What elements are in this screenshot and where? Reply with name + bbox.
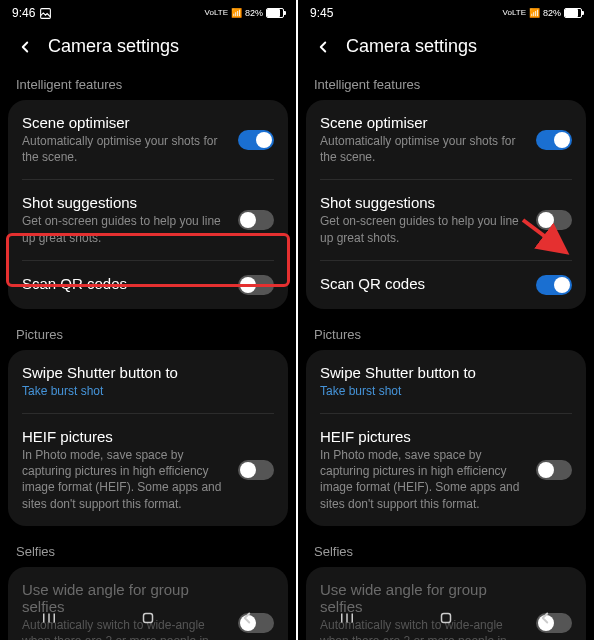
heif-sub: In Photo mode, save space by capturing p… xyxy=(22,447,226,512)
heif-sub: In Photo mode, save space by capturing p… xyxy=(320,447,524,512)
swipe-title: Swipe Shutter button to xyxy=(320,364,560,381)
nav-back[interactable] xyxy=(238,609,256,631)
qr-title: Scan QR codes xyxy=(22,275,226,292)
section-selfies: Selfies xyxy=(0,538,296,567)
scene-title: Scene optimiser xyxy=(22,114,226,131)
row-heif[interactable]: HEIF pictures In Photo mode, save space … xyxy=(22,414,274,526)
row-swipe-shutter[interactable]: Swipe Shutter button to Take burst shot xyxy=(320,350,572,414)
card-intelligent: Scene optimiser Automatically optimise y… xyxy=(306,100,586,309)
battery-pct: 82% xyxy=(543,8,561,18)
battery-icon xyxy=(564,8,582,18)
swipe-sub: Take burst shot xyxy=(320,383,560,399)
nav-home[interactable] xyxy=(437,609,455,631)
shot-sub: Get on-screen guides to help you line up… xyxy=(22,213,226,245)
phone-right: 9:45 VoLTE 📶 82% Camera settings Intelli… xyxy=(298,0,594,640)
section-pictures: Pictures xyxy=(0,321,296,350)
swipe-sub: Take burst shot xyxy=(22,383,262,399)
shot-toggle[interactable] xyxy=(238,210,274,230)
shot-sub: Get on-screen guides to help you line up… xyxy=(320,213,524,245)
nav-home[interactable] xyxy=(139,609,157,631)
card-intelligent: Scene optimiser Automatically optimise y… xyxy=(8,100,288,309)
shot-toggle[interactable] xyxy=(536,210,572,230)
heif-toggle[interactable] xyxy=(238,460,274,480)
scene-sub: Automatically optimise your shots for th… xyxy=(22,133,226,165)
network-label: VoLTE xyxy=(503,9,526,17)
scene-title: Scene optimiser xyxy=(320,114,524,131)
back-icon[interactable] xyxy=(314,38,332,56)
nav-back[interactable] xyxy=(536,609,554,631)
signal-icon: 📶 xyxy=(529,8,540,18)
picture-icon xyxy=(39,7,52,20)
phone-left: 9:46 VoLTE 📶 82% Camera settings Intelli… xyxy=(0,0,296,640)
row-shot-suggestions[interactable]: Shot suggestions Get on-screen guides to… xyxy=(22,180,274,260)
shot-title: Shot suggestions xyxy=(22,194,226,211)
battery-icon xyxy=(266,8,284,18)
card-pictures: Swipe Shutter button to Take burst shot … xyxy=(306,350,586,526)
svg-rect-4 xyxy=(143,614,152,623)
section-selfies: Selfies xyxy=(298,538,594,567)
row-scene-optimiser[interactable]: Scene optimiser Automatically optimise y… xyxy=(320,100,572,180)
network-label: VoLTE xyxy=(205,9,228,17)
status-bar: 9:45 VoLTE 📶 82% xyxy=(298,0,594,26)
signal-icon: 📶 xyxy=(231,8,242,18)
page-title: Camera settings xyxy=(48,36,179,57)
nav-bar xyxy=(0,600,296,640)
nav-recents[interactable] xyxy=(40,609,58,631)
svg-rect-10 xyxy=(441,614,450,623)
scene-sub: Automatically optimise your shots for th… xyxy=(320,133,524,165)
qr-title: Scan QR codes xyxy=(320,275,524,292)
qr-toggle[interactable] xyxy=(238,275,274,295)
scene-toggle[interactable] xyxy=(536,130,572,150)
card-pictures: Swipe Shutter button to Take burst shot … xyxy=(8,350,288,526)
heif-toggle[interactable] xyxy=(536,460,572,480)
swipe-title: Swipe Shutter button to xyxy=(22,364,262,381)
row-swipe-shutter[interactable]: Swipe Shutter button to Take burst shot xyxy=(22,350,274,414)
row-scene-optimiser[interactable]: Scene optimiser Automatically optimise y… xyxy=(22,100,274,180)
status-time: 9:46 xyxy=(12,6,35,20)
page-title: Camera settings xyxy=(346,36,477,57)
row-scan-qr[interactable]: Scan QR codes xyxy=(320,261,572,309)
back-icon[interactable] xyxy=(16,38,34,56)
page-header: Camera settings xyxy=(298,26,594,71)
nav-recents[interactable] xyxy=(338,609,356,631)
heif-title: HEIF pictures xyxy=(22,428,226,445)
section-pictures: Pictures xyxy=(298,321,594,350)
section-intelligent: Intelligent features xyxy=(298,71,594,100)
scene-toggle[interactable] xyxy=(238,130,274,150)
status-time: 9:45 xyxy=(310,6,333,20)
qr-toggle[interactable] xyxy=(536,275,572,295)
section-intelligent: Intelligent features xyxy=(0,71,296,100)
status-bar: 9:46 VoLTE 📶 82% xyxy=(0,0,296,26)
battery-pct: 82% xyxy=(245,8,263,18)
row-shot-suggestions[interactable]: Shot suggestions Get on-screen guides to… xyxy=(320,180,572,260)
nav-bar xyxy=(298,600,594,640)
heif-title: HEIF pictures xyxy=(320,428,524,445)
row-scan-qr[interactable]: Scan QR codes xyxy=(22,261,274,309)
shot-title: Shot suggestions xyxy=(320,194,524,211)
row-heif[interactable]: HEIF pictures In Photo mode, save space … xyxy=(320,414,572,526)
page-header: Camera settings xyxy=(0,26,296,71)
